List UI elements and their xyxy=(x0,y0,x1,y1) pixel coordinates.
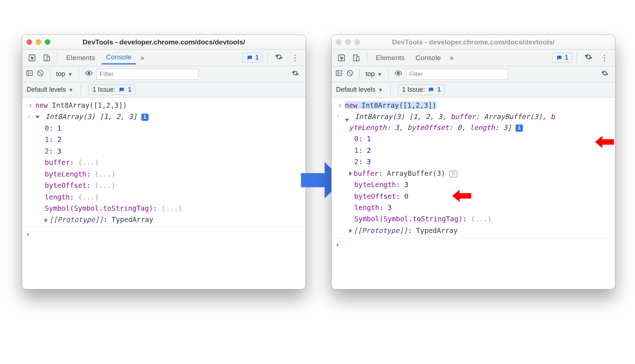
object-summary[interactable]: Int8Array(3) [1, 2, 3, buffer: ArrayBuff… xyxy=(345,112,555,131)
info-icon[interactable]: i xyxy=(516,124,523,132)
object-property[interactable]: 0: 1 xyxy=(332,133,615,145)
issues-pill[interactable]: 1 Issue: 1 xyxy=(88,84,135,95)
object-prototype[interactable]: [[Prototype]]: TypedArray xyxy=(332,225,615,236)
console-input-text: new Int8Array([1,2,3]) xyxy=(35,100,301,111)
prompt-chevron-icon: › xyxy=(26,229,30,240)
settings-icon[interactable] xyxy=(581,51,595,64)
traffic-lights xyxy=(336,39,360,45)
object-property[interactable]: 1: 2 xyxy=(332,145,615,156)
object-property[interactable]: byteOffset: 0 xyxy=(332,191,615,202)
context-selector[interactable]: top ▼ xyxy=(56,70,73,78)
levels-bar: Default levels ▼ 1 Issue: 1 xyxy=(22,82,305,98)
console-sidebar-toggle-icon[interactable] xyxy=(26,70,33,79)
object-property-buffer[interactable]: buffer: ArrayBuffer(3) ⠿ xyxy=(332,168,615,179)
zoom-icon[interactable] xyxy=(45,39,50,45)
expand-toggle-icon[interactable] xyxy=(345,119,349,122)
object-prototype[interactable]: [[Prototype]]: TypedArray xyxy=(22,214,305,225)
titlebar[interactable]: DevTools - developer.chrome.com/docs/dev… xyxy=(332,35,615,50)
inspect-icon[interactable] xyxy=(335,52,348,63)
settings-icon[interactable] xyxy=(272,51,286,64)
console-prompt[interactable]: › xyxy=(22,228,305,241)
issues-count: 1 xyxy=(255,54,259,62)
console-input-row: › new Int8Array([1,2,3]) xyxy=(22,100,305,111)
console-output-row[interactable]: ‹· Int8Array(3) [1, 2, 3, buffer: ArrayB… xyxy=(332,111,615,133)
prompt-chevron-icon: › xyxy=(335,240,339,250)
main-toolbar: Elements Console » 1 ⋮ xyxy=(22,50,305,66)
memory-inspector-icon[interactable]: ⠿ xyxy=(449,171,457,177)
live-expression-icon[interactable] xyxy=(394,69,402,79)
console-settings-icon[interactable] xyxy=(289,68,302,80)
devtools-window-before: DevTools - developer.chrome.com/docs/dev… xyxy=(22,35,306,289)
object-property[interactable]: byteLength: 3 xyxy=(332,179,615,190)
device-toggle-icon[interactable] xyxy=(40,52,53,63)
tab-elements[interactable]: Elements xyxy=(62,52,99,64)
close-icon[interactable] xyxy=(27,39,32,45)
console-prompt[interactable]: › xyxy=(332,238,615,252)
svg-rect-2 xyxy=(47,56,50,61)
more-tabs-icon[interactable]: » xyxy=(447,54,456,62)
kebab-menu-icon[interactable]: ⋮ xyxy=(288,52,302,64)
separator xyxy=(577,53,577,63)
object-property[interactable]: 0: 1 xyxy=(22,123,305,134)
kebab-menu-icon[interactable]: ⋮ xyxy=(597,52,611,64)
svg-point-11 xyxy=(397,72,399,74)
close-icon[interactable] xyxy=(336,39,342,45)
input-chevron-icon: › xyxy=(26,100,35,111)
titlebar[interactable]: DevTools - developer.chrome.com/docs/dev… xyxy=(22,35,305,50)
object-property[interactable]: buffer: (...) xyxy=(22,157,305,168)
expand-toggle-icon[interactable] xyxy=(349,171,352,176)
expand-toggle-icon[interactable] xyxy=(35,116,40,119)
issues-button[interactable]: 1 xyxy=(242,53,263,63)
minimize-icon[interactable] xyxy=(36,39,41,45)
expand-toggle-icon[interactable] xyxy=(349,229,352,233)
callout-arrow-icon xyxy=(451,189,472,205)
console-input-text: new Int8Array([1,2,3]) xyxy=(345,100,611,111)
object-property[interactable]: byteOffset: (...) xyxy=(22,180,305,191)
object-property[interactable]: byteLength: (...) xyxy=(22,169,305,180)
issues-pill[interactable]: 1 Issue: 1 xyxy=(398,84,445,95)
device-toggle-icon[interactable] xyxy=(350,52,362,63)
object-property[interactable]: length: (...) xyxy=(22,191,305,203)
inspect-icon[interactable] xyxy=(26,52,38,63)
separator xyxy=(81,85,81,95)
log-levels-selector[interactable]: Default levels ▼ xyxy=(27,86,74,94)
svg-rect-8 xyxy=(356,56,359,61)
more-tabs-icon[interactable]: » xyxy=(138,54,146,62)
tab-console[interactable]: Console xyxy=(102,51,136,64)
console-input-row: › new Int8Array([1,2,3]) xyxy=(332,100,615,111)
live-expression-icon[interactable] xyxy=(85,69,93,79)
filter-input[interactable] xyxy=(96,69,198,80)
svg-point-5 xyxy=(88,72,90,74)
expand-toggle-icon[interactable] xyxy=(45,218,48,222)
zoom-icon[interactable] xyxy=(354,39,360,45)
window-title: DevTools - developer.chrome.com/docs/dev… xyxy=(27,38,301,46)
object-property[interactable]: Symbol(Symbol.toStringTag): (...) xyxy=(332,213,615,225)
tab-elements[interactable]: Elements xyxy=(371,52,409,64)
info-icon[interactable]: i xyxy=(141,114,149,121)
object-property[interactable]: Symbol(Symbol.toStringTag): (...) xyxy=(22,203,305,214)
object-property[interactable]: 2: 3 xyxy=(22,146,305,157)
main-toolbar: Elements Console » 1 ⋮ xyxy=(332,50,615,66)
console-output: › new Int8Array([1,2,3]) ‹· Int8Array(3)… xyxy=(22,98,305,289)
console-sidebar-toggle-icon[interactable] xyxy=(335,70,343,79)
separator xyxy=(50,69,50,79)
console-output-row[interactable]: ‹· Int8Array(3) [1, 2, 3] i xyxy=(22,111,305,122)
object-summary[interactable]: Int8Array(3) [1, 2, 3] xyxy=(45,112,141,120)
minimize-icon[interactable] xyxy=(345,39,351,45)
clear-console-icon[interactable] xyxy=(346,70,354,79)
object-property[interactable]: 2: 3 xyxy=(332,156,615,167)
object-property[interactable]: 1: 2 xyxy=(22,134,305,145)
clear-console-icon[interactable] xyxy=(37,70,44,79)
console-sub-toolbar: top ▼ xyxy=(22,66,305,82)
object-property[interactable]: length: 3 xyxy=(332,202,615,213)
log-levels-selector[interactable]: Default levels ▼ xyxy=(336,86,383,94)
console-settings-icon[interactable] xyxy=(598,68,611,80)
issues-pill-label: 1 Issue: xyxy=(92,86,115,94)
devtools-window-after: DevTools - developer.chrome.com/docs/dev… xyxy=(331,35,615,289)
issues-pill-count: 1 xyxy=(128,86,131,94)
tab-console[interactable]: Console xyxy=(411,52,445,64)
separator xyxy=(57,53,58,63)
filter-input[interactable] xyxy=(406,69,508,80)
issues-button[interactable]: 1 xyxy=(552,53,572,63)
context-selector[interactable]: top ▼ xyxy=(366,70,382,78)
